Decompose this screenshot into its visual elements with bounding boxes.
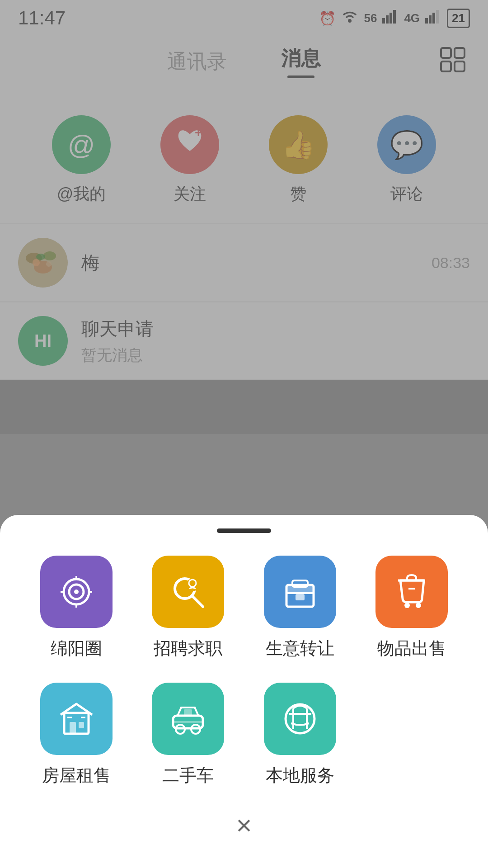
sheet-item-business[interactable]: 生意转让 [251, 556, 349, 660]
local-icon [264, 683, 336, 755]
close-button[interactable]: × [236, 810, 252, 841]
svg-rect-40 [64, 713, 89, 734]
rental-label: 房屋租售 [42, 764, 111, 787]
sheet-item-usedcar[interactable]: 二手车 [139, 683, 238, 787]
local-label: 本地服务 [266, 764, 334, 787]
business-label: 生意转让 [266, 637, 334, 660]
usedcar-label: 二手车 [162, 764, 214, 787]
sheet-item-mianyang[interactable]: 绵阳圈 [27, 556, 126, 660]
close-button-container[interactable]: × [0, 810, 488, 841]
bottom-sheet: 绵阳圈 招聘求职 [0, 515, 488, 868]
svg-point-50 [286, 704, 314, 733]
sheet-grid-row1: 绵阳圈 招聘求职 [0, 556, 488, 660]
svg-rect-35 [296, 594, 305, 600]
sheet-handle [217, 528, 271, 533]
svg-rect-49 [184, 709, 192, 716]
sheet-item-rental[interactable]: 房屋租售 [27, 683, 126, 787]
svg-line-29 [192, 596, 203, 607]
svg-rect-42 [79, 722, 84, 728]
mianyang-icon [40, 556, 113, 628]
sheet-grid-row2: 房屋租售 二手车 [0, 660, 488, 787]
usedcar-icon [152, 683, 224, 755]
svg-point-39 [416, 603, 421, 608]
svg-point-30 [186, 579, 199, 591]
jobs-label: 招聘求职 [154, 637, 222, 660]
svg-point-23 [74, 590, 79, 594]
business-icon [264, 556, 336, 628]
mianyang-label: 绵阳圈 [51, 637, 102, 660]
gray-overlay [0, 0, 488, 434]
goods-icon [375, 556, 448, 628]
sheet-item-jobs[interactable]: 招聘求职 [139, 556, 238, 660]
sheet-item-local[interactable]: 本地服务 [251, 683, 349, 787]
jobs-icon [152, 556, 224, 628]
goods-label: 物品出售 [377, 637, 446, 660]
rental-icon [40, 683, 113, 755]
sheet-item-goods[interactable]: 物品出售 [363, 556, 461, 660]
svg-point-38 [404, 603, 410, 608]
svg-rect-41 [70, 722, 76, 734]
